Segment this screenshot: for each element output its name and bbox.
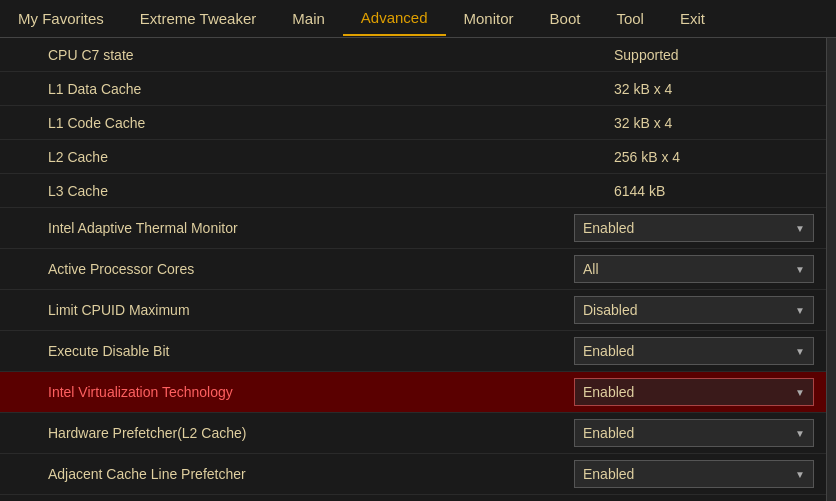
setting-label: L1 Data Cache (48, 81, 614, 97)
setting-label: Limit CPUID Maximum (48, 302, 574, 318)
setting-row: L1 Code Cache32 kB x 4 (0, 106, 826, 140)
setting-label: Adjacent Cache Line Prefetcher (48, 466, 574, 482)
nav-item-monitor[interactable]: Monitor (446, 2, 532, 35)
setting-dropdown[interactable]: Enabled▼ (574, 460, 814, 488)
chevron-down-icon: ▼ (795, 469, 805, 480)
chevron-down-icon: ▼ (795, 428, 805, 439)
scrollbar-track[interactable] (826, 38, 836, 501)
setting-dropdown[interactable]: Disabled▼ (574, 296, 814, 324)
nav-item-boot[interactable]: Boot (532, 2, 599, 35)
setting-label: Intel Adaptive Thermal Monitor (48, 220, 574, 236)
setting-label: Intel Virtualization Technology (48, 384, 574, 400)
dropdown-value: All (583, 261, 599, 277)
setting-label: L1 Code Cache (48, 115, 614, 131)
setting-label: Hardware Prefetcher(L2 Cache) (48, 425, 574, 441)
chevron-down-icon: ▼ (795, 305, 805, 316)
setting-label: CPU C7 state (48, 47, 614, 63)
setting-value: 32 kB x 4 (614, 81, 814, 97)
setting-dropdown[interactable]: Enabled▼ (574, 337, 814, 365)
setting-dropdown[interactable]: Enabled▼ (574, 378, 814, 406)
setting-row: L1 Data Cache32 kB x 4 (0, 72, 826, 106)
dropdown-value: Enabled (583, 220, 634, 236)
setting-row: Boot performance modeTurbo Performance▼ (0, 495, 826, 501)
setting-value: Supported (614, 47, 814, 63)
setting-row: Intel Adaptive Thermal MonitorEnabled▼ (0, 208, 826, 249)
dropdown-value: Enabled (583, 343, 634, 359)
setting-value: 256 kB x 4 (614, 149, 814, 165)
setting-row: CPU C7 stateSupported (0, 38, 826, 72)
setting-row: Hardware Prefetcher(L2 Cache)Enabled▼ (0, 413, 826, 454)
setting-label: L2 Cache (48, 149, 614, 165)
setting-row: Intel Virtualization TechnologyEnabled▼ (0, 372, 826, 413)
nav-item-advanced[interactable]: Advanced (343, 1, 446, 36)
chevron-down-icon: ▼ (795, 346, 805, 357)
setting-row: L3 Cache6144 kB (0, 174, 826, 208)
setting-row: Limit CPUID MaximumDisabled▼ (0, 290, 826, 331)
setting-row: L2 Cache256 kB x 4 (0, 140, 826, 174)
dropdown-value: Enabled (583, 466, 634, 482)
setting-value: 6144 kB (614, 183, 814, 199)
setting-value: 32 kB x 4 (614, 115, 814, 131)
nav-item-my-favorites[interactable]: My Favorites (0, 2, 122, 35)
nav-bar: My FavoritesExtreme TweakerMainAdvancedM… (0, 0, 836, 38)
chevron-down-icon: ▼ (795, 387, 805, 398)
chevron-down-icon: ▼ (795, 223, 805, 234)
nav-item-extreme-tweaker[interactable]: Extreme Tweaker (122, 2, 274, 35)
settings-list: CPU C7 stateSupportedL1 Data Cache32 kB … (0, 38, 826, 501)
dropdown-value: Disabled (583, 302, 637, 318)
setting-label: Active Processor Cores (48, 261, 574, 277)
setting-row: Execute Disable BitEnabled▼ (0, 331, 826, 372)
setting-dropdown[interactable]: Enabled▼ (574, 419, 814, 447)
dropdown-value: Enabled (583, 384, 634, 400)
setting-dropdown[interactable]: All▼ (574, 255, 814, 283)
main-content: CPU C7 stateSupportedL1 Data Cache32 kB … (0, 38, 836, 501)
setting-label: L3 Cache (48, 183, 614, 199)
nav-item-tool[interactable]: Tool (598, 2, 662, 35)
setting-row: Active Processor CoresAll▼ (0, 249, 826, 290)
setting-row: Adjacent Cache Line PrefetcherEnabled▼ (0, 454, 826, 495)
chevron-down-icon: ▼ (795, 264, 805, 275)
nav-item-main[interactable]: Main (274, 2, 343, 35)
setting-label: Execute Disable Bit (48, 343, 574, 359)
setting-dropdown[interactable]: Enabled▼ (574, 214, 814, 242)
nav-item-exit[interactable]: Exit (662, 2, 723, 35)
dropdown-value: Enabled (583, 425, 634, 441)
